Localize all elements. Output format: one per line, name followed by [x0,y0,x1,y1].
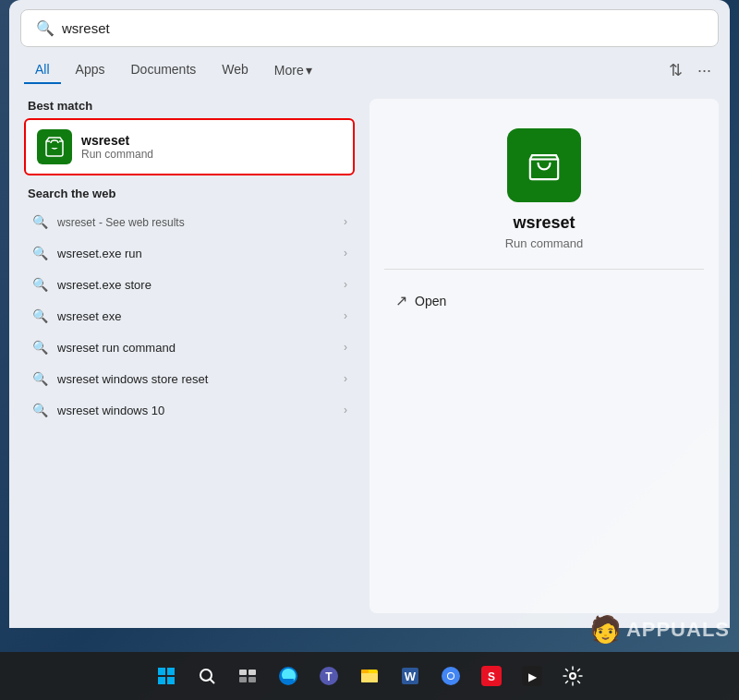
tab-more[interactable]: More ▾ [263,57,323,83]
tab-documents[interactable]: Documents [119,56,207,84]
appuals-character: 🧑 [589,614,623,645]
tab-web[interactable]: Web [211,56,260,84]
desktop: 🔍 All Apps Documents Web More ▾ ⇅ ··· Be… [0,0,739,700]
taskbar-settings[interactable] [554,658,591,694]
svg-rect-4 [158,668,165,675]
svg-rect-11 [248,670,256,675]
open-icon: ↗ [395,292,407,309]
app-preview-subtitle: Run command [505,236,584,250]
chevron-down-icon: ▾ [306,63,312,78]
search-result-text: wsreset.exe store [57,278,151,292]
left-panel: Best match wsr [9,91,370,621]
search-result-icon: 🔍 [31,371,48,386]
taskbar-taskview[interactable] [229,658,266,694]
web-search-title: Search the web [24,187,355,200]
best-match-subtitle: Run command [81,148,153,161]
tab-bar-actions: ⇅ ··· [665,56,715,84]
chevron-right-icon: › [344,404,347,416]
svg-rect-7 [167,677,175,684]
right-panel: wsreset Run command ↗ Open [370,99,719,613]
app-preview-title: wsreset [513,213,575,233]
start-button[interactable] [148,658,185,694]
share-icon[interactable]: ⇅ [665,56,686,84]
search-result-text: wsreset windows 10 [57,404,164,417]
list-item[interactable]: 🔍 wsreset.exe run › [24,237,355,269]
tab-apps[interactable]: Apps [65,56,116,84]
search-result-text: wsreset exe [57,309,121,323]
web-search-section: Search the web 🔍 wsreset - See web resul… [24,187,355,426]
svg-rect-13 [248,677,256,682]
search-result-icon: 🔍 [31,214,48,229]
svg-text:W: W [405,670,417,683]
svg-rect-10 [239,670,247,675]
search-result-text: wsreset.exe run [57,247,142,260]
list-item[interactable]: 🔍 wsreset windows 10 › [24,394,355,426]
search-result-text: wsreset - See web results [57,215,185,229]
app-preview-icon [507,128,581,202]
best-match-item[interactable]: wsreset Run command [24,118,355,175]
taskbar-edge[interactable] [270,658,307,694]
taskbar-explorer[interactable] [351,658,388,694]
chevron-right-icon: › [344,278,347,291]
taskbar-word[interactable]: W [392,658,429,694]
svg-rect-6 [158,677,165,684]
svg-rect-5 [167,668,175,675]
list-item[interactable]: 🔍 wsreset exe › [24,300,355,332]
taskbar-store[interactable]: S [473,658,510,694]
chevron-right-icon: › [344,341,347,354]
taskbar: T W S [0,652,739,700]
svg-point-29 [570,673,575,679]
search-result-icon: 🔍 [31,246,48,260]
taskbar-search[interactable] [188,658,225,694]
search-result-text: wsreset windows store reset [57,372,208,386]
svg-rect-12 [239,677,247,682]
taskbar-photos[interactable]: ▶ [514,658,551,694]
appuals-watermark: 🧑 APPUALS [589,614,730,645]
search-bar[interactable]: 🔍 [20,9,719,47]
open-label: Open [415,294,446,308]
start-menu: 🔍 All Apps Documents Web More ▾ ⇅ ··· Be… [9,0,730,628]
divider [384,269,704,270]
search-input[interactable] [62,20,703,36]
list-item[interactable]: 🔍 wsreset - See web results › [24,206,355,237]
svg-rect-19 [361,673,378,682]
search-result-text: wsreset run command [57,341,176,355]
chevron-right-icon: › [344,372,347,385]
taskbar-teams[interactable]: T [310,658,347,694]
wsreset-app-icon [37,129,72,164]
taskbar-chrome[interactable] [432,658,469,694]
tab-all[interactable]: All [24,56,61,84]
chevron-right-icon: › [344,309,347,322]
best-match-title: wsreset [81,133,153,148]
open-button[interactable]: ↗ Open [384,284,704,317]
search-result-icon: 🔍 [31,340,48,355]
svg-text:T: T [325,670,333,683]
search-result-icon: 🔍 [31,403,48,417]
svg-line-9 [210,679,214,683]
svg-text:▶: ▶ [528,670,538,683]
chevron-right-icon: › [344,247,347,259]
search-result-icon: 🔍 [31,308,48,323]
search-result-icon: 🔍 [31,277,48,292]
tab-bar: All Apps Documents Web More ▾ ⇅ ··· [9,51,730,84]
list-item[interactable]: 🔍 wsreset.exe store › [24,269,355,300]
main-content: Best match wsr [9,84,730,628]
svg-rect-18 [361,670,369,673]
list-item[interactable]: 🔍 wsreset windows store reset › [24,363,355,394]
chevron-right-icon: › [344,215,347,228]
appuals-text: APPUALS [626,618,730,642]
best-match-section-title: Best match [24,99,355,113]
best-match-text: wsreset Run command [81,133,153,161]
more-options-icon[interactable]: ··· [694,57,715,84]
svg-point-24 [448,673,454,679]
list-item[interactable]: 🔍 wsreset run command › [24,332,355,363]
search-icon: 🔍 [36,19,55,37]
svg-text:S: S [488,670,495,683]
